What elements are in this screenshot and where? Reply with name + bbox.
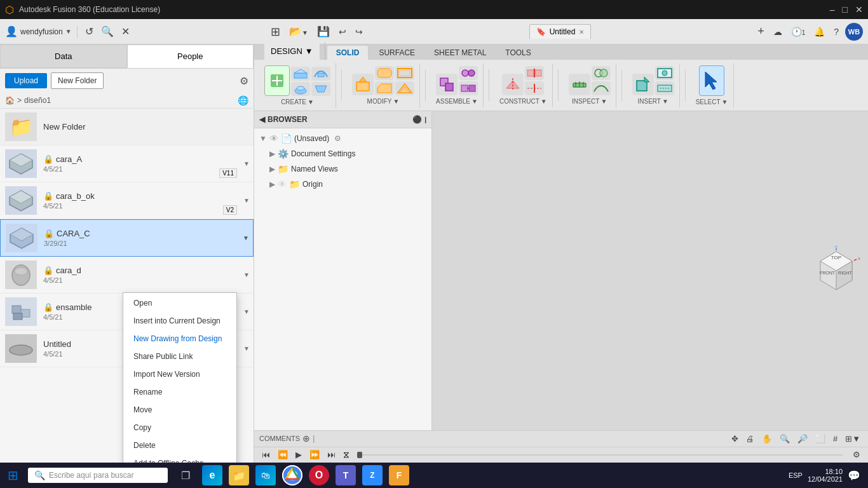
settings-button[interactable]: ⚙ <box>240 75 248 87</box>
play-button[interactable]: ▶ <box>293 449 304 461</box>
tab-sheet-metal[interactable]: SHEET METAL <box>425 46 495 60</box>
tab-tools[interactable]: TOOLS <box>496 46 539 60</box>
insert-derive-button[interactable] <box>632 74 654 95</box>
minimize-button[interactable]: – <box>830 4 835 15</box>
title-bar-controls[interactable]: – □ ✕ <box>830 4 863 15</box>
skip-start-button[interactable]: ⏮ <box>259 449 273 461</box>
zoom-in-icon[interactable]: 🔍 <box>777 433 792 445</box>
loft-button[interactable] <box>311 82 330 96</box>
notification-icon[interactable]: 💬 <box>848 470 860 482</box>
fillet-button[interactable] <box>375 66 394 80</box>
tree-item-named-views[interactable]: ▶ 📁 Named Views <box>254 161 431 177</box>
restore-button[interactable]: □ <box>843 4 848 15</box>
joint-button[interactable] <box>459 66 478 80</box>
as-built-joint-button[interactable] <box>459 81 478 95</box>
tab-solid[interactable]: SOLID <box>327 45 369 60</box>
hand-icon[interactable]: ✋ <box>759 433 775 445</box>
timer-button[interactable]: 🕐1 <box>789 24 808 39</box>
ctx-share[interactable]: Share Public Link <box>123 348 236 365</box>
teams-app[interactable]: T <box>333 463 358 488</box>
search-button[interactable]: 🔍 <box>98 23 116 40</box>
create-new-body-button[interactable] <box>264 65 290 96</box>
chrome-app[interactable] <box>280 463 305 488</box>
curvature-button[interactable] <box>592 81 611 95</box>
opera-app[interactable]: O <box>306 463 332 488</box>
explorer-app[interactable]: 📁 <box>226 463 252 488</box>
list-item[interactable]: 🔒 cara_A 4/5/21 V11 ▼ <box>0 146 254 182</box>
profile-button[interactable]: WB <box>845 23 863 41</box>
zoom-out-icon[interactable]: 🔎 <box>795 433 810 445</box>
browser-expand-icon[interactable]: | <box>424 116 426 123</box>
frame-icon[interactable]: ⬜ <box>813 433 828 445</box>
breadcrumb-home-icon[interactable]: 🏠 <box>5 96 15 105</box>
draft-button[interactable] <box>395 81 414 95</box>
notifications-button[interactable]: 🔔 <box>811 24 827 39</box>
tree-item-root[interactable]: ▼ 👁 📄 (Unsaved) ⚙ <box>254 131 431 146</box>
breadcrumb-world-button[interactable]: 🌐 <box>238 95 248 105</box>
timeline-filter-icon[interactable]: ⧖ <box>343 449 349 460</box>
account-dropdown-icon[interactable]: ▼ <box>65 28 72 35</box>
extrude-button[interactable] <box>291 67 310 81</box>
timeline-settings-button[interactable]: ⚙ <box>850 449 863 461</box>
design-dropdown-button[interactable]: DESIGN ▼ <box>264 43 320 60</box>
revolve-button[interactable] <box>291 82 310 96</box>
refresh-button[interactable]: ↺ <box>83 23 96 40</box>
step-back-button[interactable]: ⏪ <box>275 449 290 461</box>
ctx-insert[interactable]: Insert into Current Design <box>123 312 236 330</box>
close-panel-button[interactable]: ✕ <box>119 23 132 40</box>
new-component-button[interactable] <box>436 74 458 95</box>
ctx-rename[interactable]: Rename <box>123 383 236 401</box>
cloud-sync-button[interactable]: ☁ <box>771 24 785 39</box>
undo-button[interactable]: ↩ <box>336 24 349 39</box>
account-name[interactable]: wendyfusion <box>20 27 63 36</box>
print-icon[interactable]: 🖨 <box>743 433 757 445</box>
offset-plane-button[interactable] <box>502 74 524 95</box>
eye-icon[interactable]: 👁 <box>269 133 278 144</box>
edge-app[interactable]: e <box>200 463 225 488</box>
ctx-import[interactable]: Import New Version <box>123 365 236 383</box>
comments-add-icon[interactable]: ⊕ <box>302 433 310 444</box>
interference-button[interactable] <box>592 66 611 80</box>
eye-off-icon[interactable]: 👁 <box>278 179 287 189</box>
select-button[interactable] <box>699 65 724 96</box>
apps-menu-button[interactable]: ⊞ <box>268 22 283 41</box>
ctx-copy[interactable]: Copy <box>123 419 236 437</box>
sweep-button[interactable] <box>311 67 330 81</box>
tab-people[interactable]: People <box>127 44 254 68</box>
tab-data[interactable]: Data <box>0 44 127 68</box>
list-item[interactable]: 🔒 cara_d 4/5/21 ▼ <box>0 257 254 294</box>
task-view-button[interactable]: ❐ <box>173 463 198 488</box>
taskbar-search[interactable]: 🔍 Escribe aquí para buscar <box>28 468 168 483</box>
upload-button[interactable]: Upload <box>5 73 47 88</box>
document-tab[interactable]: 🔖 Untitled ✕ <box>529 24 592 39</box>
redo-button[interactable]: ↪ <box>353 24 365 39</box>
list-item[interactable]: 🔒 CARA_C 3/29/21 ▼ <box>0 219 254 257</box>
app-f[interactable]: F <box>386 463 412 488</box>
axis-button[interactable] <box>525 81 544 95</box>
doc-tab-close-button[interactable]: ✕ <box>579 29 584 36</box>
shell-button[interactable] <box>395 66 414 80</box>
grid-icon[interactable]: # <box>831 433 840 445</box>
close-button[interactable]: ✕ <box>855 4 863 15</box>
move-icon[interactable]: ✥ <box>729 433 741 445</box>
list-item[interactable]: 📁 New Folder <box>0 109 254 146</box>
tree-item-doc-settings[interactable]: ▶ ⚙️ Document Settings <box>254 146 431 161</box>
help-button[interactable]: ? <box>831 24 841 39</box>
start-button[interactable]: ⊞ <box>0 463 25 488</box>
open-button[interactable]: 📂▼ <box>287 23 311 40</box>
ctx-open[interactable]: Open <box>123 294 236 312</box>
browser-collapse-icon[interactable]: ⚫ <box>412 115 422 124</box>
midplane-button[interactable] <box>525 66 544 80</box>
tab-surface[interactable]: SURFACE <box>370 46 424 60</box>
ctx-new-drawing[interactable]: New Drawing from Design <box>123 330 236 348</box>
3d-viewport[interactable]: TOP RIGHT FRONT Z X <box>432 111 868 430</box>
settings-icon[interactable]: ⚙ <box>334 134 341 143</box>
chamfer-button[interactable] <box>375 81 394 95</box>
store-app[interactable]: 🛍 <box>253 463 278 488</box>
new-folder-button[interactable]: New Folder <box>51 72 104 89</box>
zoom-app[interactable]: Z <box>360 463 385 488</box>
view-cube[interactable]: TOP RIGHT FRONT Z X <box>811 245 862 296</box>
ctx-delete[interactable]: Delete <box>123 437 236 454</box>
skip-end-button[interactable]: ⏭ <box>325 449 338 461</box>
decal-button[interactable] <box>655 81 674 95</box>
